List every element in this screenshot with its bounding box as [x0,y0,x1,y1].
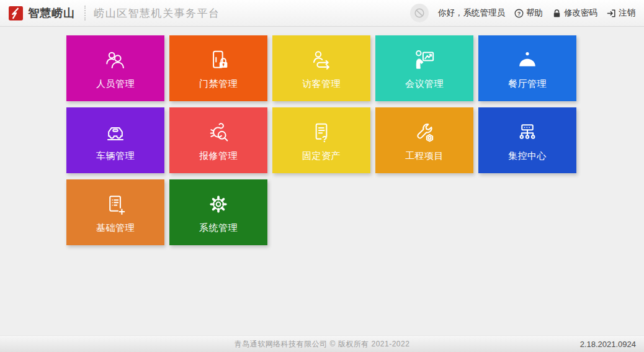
brand-name: 智慧崂山 [28,6,75,20]
avatar[interactable] [410,4,429,22]
module-tile-label: 车辆管理 [96,150,135,162]
module-tile-label: 门禁管理 [199,78,238,90]
copyright-text: 青岛通软网络科技有限公司 © 版权所有 2021-2022 [235,339,410,350]
module-tile-label: 固定资产 [302,150,341,162]
module-tile-label: 会议管理 [405,78,444,90]
module-tile-system[interactable]: 系统管理 [169,179,267,245]
module-tile-label: 系统管理 [199,222,238,234]
gear-icon [206,192,231,217]
module-tile-repair[interactable]: 报修管理 [169,107,267,173]
wrench-nut-icon [412,120,437,145]
visitor-exchange-icon [309,48,334,73]
change-password-label: 修改密码 [564,7,597,19]
brand-swoosh-icon [9,6,23,20]
svg-text:?: ? [322,134,328,144]
people-icon [103,48,128,73]
change-password-button[interactable]: 修改密码 [552,7,597,19]
module-tile-label: 集控中心 [508,150,547,162]
module-tile-project[interactable]: 工程项目 [375,107,473,173]
module-tile-meeting[interactable]: 会议管理 [375,35,473,101]
lock-icon [552,9,561,18]
cloche-icon [515,48,540,73]
logout-icon [607,9,616,18]
module-tile-restaurant[interactable]: 餐厅管理 [478,35,576,101]
document-question-icon: ? [309,120,334,145]
header-left: 智慧崂山 崂山区智慧机关事务平台 [9,6,220,20]
header-divider [84,6,86,20]
car-icon [103,120,128,145]
app-footer: 青岛通软网络科技有限公司 © 版权所有 2021-2022 2.18.2021.… [0,335,644,352]
logout-label: 注销 [619,7,635,19]
module-tile-label: 基础管理 [96,222,135,234]
module-tile-label: 报修管理 [199,150,238,162]
presentation-icon [412,48,437,73]
header-right: 你好，系统管理员 ? 帮助 修改密码 注销 [410,4,635,22]
module-tile-control-center[interactable]: 集控中心 [478,107,576,173]
bug-search-icon [206,120,231,145]
version-number: 2.18.2021.0924 [580,340,636,349]
module-tile-label: 人员管理 [96,78,135,90]
main-content: 人员管理 门禁管理 [0,27,644,245]
module-tile-fixed-assets[interactable]: ? 固定资产 [272,107,370,173]
module-tile-visitor[interactable]: 访客管理 [272,35,370,101]
document-plus-icon [103,192,128,217]
app-header: 智慧崂山 崂山区智慧机关事务平台 你好，系统管理员 ? 帮助 修改密码 [0,0,644,27]
svg-text:?: ? [517,10,521,16]
help-button[interactable]: ? 帮助 [514,7,543,19]
module-tile-access-control[interactable]: 门禁管理 [169,35,267,101]
user-greeting: 你好，系统管理员 [438,7,505,19]
brand-logo: 智慧崂山 [9,6,75,20]
module-tile-label: 餐厅管理 [508,78,547,90]
module-tile-label: 工程项目 [405,150,444,162]
help-circle-icon: ? [514,9,524,18]
module-tile-vehicle[interactable]: 车辆管理 [66,107,164,173]
module-tile-basic[interactable]: 基础管理 [66,179,164,245]
door-lock-icon [206,48,231,73]
module-tile-label: 访客管理 [302,78,341,90]
network-hub-icon [515,120,540,145]
help-label: 帮助 [526,7,543,19]
platform-title: 崂山区智慧机关事务平台 [94,6,220,20]
module-grid: 人员管理 门禁管理 [66,35,579,245]
logout-button[interactable]: 注销 [607,7,635,19]
no-photo-icon [414,7,425,19]
module-tile-personnel[interactable]: 人员管理 [66,35,164,101]
